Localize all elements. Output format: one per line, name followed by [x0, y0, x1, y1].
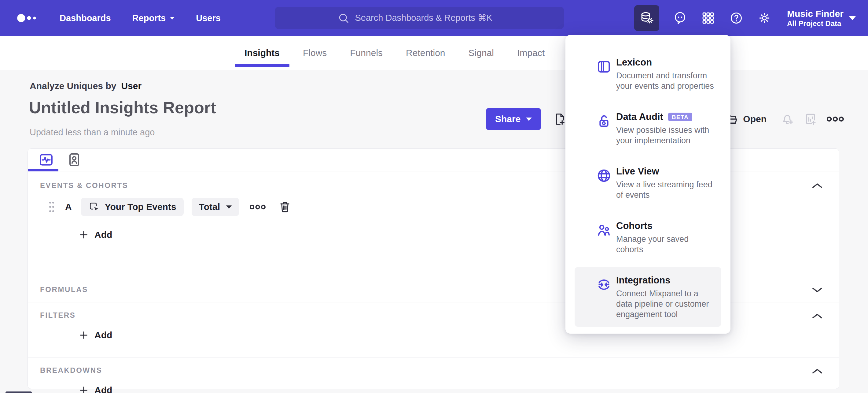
report-tabbar: Insights Flows Funnels Retention Signal … — [0, 36, 868, 70]
share-label: Share — [495, 114, 521, 124]
mixpanel-logo-icon[interactable] — [17, 11, 41, 25]
page-title[interactable]: Untitled Insights Report — [29, 98, 216, 117]
aggregation-dropdown-chip[interactable]: Total — [192, 198, 239, 216]
tab-flows[interactable]: Flows — [303, 36, 327, 70]
collapse-events-button[interactable] — [808, 179, 826, 192]
add-filter-button[interactable]: Add — [79, 330, 112, 340]
chevron-up-icon — [811, 182, 823, 189]
plus-icon — [79, 331, 88, 340]
nav-item-users[interactable]: Users — [196, 13, 221, 23]
analyze-entity-dropdown[interactable]: User — [121, 81, 142, 91]
drag-handle[interactable] — [48, 201, 55, 213]
data-management-button[interactable] — [634, 5, 659, 31]
menu-item-live-view[interactable]: Live View View a live streaming feed of … — [575, 158, 721, 207]
messages-button[interactable] — [673, 5, 687, 31]
help-button[interactable] — [729, 5, 744, 31]
menu-item-data-audit[interactable]: Data Audit BETA View possible issues wit… — [575, 104, 721, 153]
open-report-label: Open — [743, 114, 767, 124]
search-input[interactable] — [355, 13, 502, 23]
event-cursor-icon — [88, 201, 100, 213]
add-breakdown-button[interactable]: Add — [79, 385, 112, 393]
help-icon — [729, 11, 743, 25]
collapse-filters-button[interactable] — [808, 309, 826, 322]
drag-dots-icon — [48, 201, 55, 213]
updated-status: Updated less than a minute ago — [30, 127, 155, 137]
tab-impact[interactable]: Impact — [517, 36, 545, 70]
ellipsis-icon — [827, 116, 844, 122]
tab-funnels[interactable]: Funnels — [350, 36, 383, 70]
live-view-globe-icon — [596, 168, 612, 184]
beta-badge: BETA — [668, 113, 692, 121]
grid-icon — [701, 11, 715, 25]
person-card-icon — [66, 151, 83, 168]
nav-item-label: Dashboards — [60, 13, 111, 23]
event-picker-chip[interactable]: Your Top Events — [81, 198, 184, 216]
bottom-left-peek-element — [5, 391, 32, 393]
data-audit-icon — [596, 113, 612, 129]
active-tab-indicator — [28, 169, 58, 171]
report-tabs: Insights Flows Funnels Retention Signal … — [245, 36, 545, 70]
menu-item-title: Live View — [616, 165, 659, 177]
chevron-up-icon — [811, 312, 823, 319]
nav-item-label: Users — [196, 13, 221, 23]
expand-formulas-button[interactable] — [808, 283, 826, 297]
tab-insights[interactable]: Insights — [245, 36, 280, 70]
project-text: Music Finder All Project Data — [787, 8, 843, 28]
breakdowns-section: BREAKDOWNS Add — [28, 357, 839, 393]
chevron-down-icon — [170, 17, 175, 20]
row-more-button[interactable] — [249, 204, 266, 210]
data-management-menu: Lexicon Document and transform your even… — [565, 35, 731, 334]
menu-item-text: Integrations Connect Mixpanel to a data … — [616, 274, 716, 319]
menu-item-text: Cohorts Manage your saved cohorts — [616, 220, 716, 255]
analyze-row: Analyze Uniques by User — [30, 81, 142, 91]
menu-item-title: Cohorts — [616, 220, 653, 232]
tab-retention[interactable]: Retention — [406, 36, 445, 70]
create-alert-button[interactable] — [781, 112, 795, 127]
aggregation-label: Total — [199, 202, 220, 212]
pulse-chart-icon — [38, 151, 54, 168]
tab-profiles-analysis[interactable] — [66, 151, 83, 168]
menu-item-lexicon[interactable]: Lexicon Document and transform your even… — [575, 49, 721, 99]
global-search[interactable] — [275, 7, 564, 29]
menu-item-cohorts[interactable]: Cohorts Manage your saved cohorts — [575, 213, 721, 262]
event-picker-label: Your Top Events — [105, 202, 176, 212]
primary-nav: Dashboards Reports Users — [60, 13, 221, 23]
row-delete-button[interactable] — [278, 200, 291, 214]
menu-item-integrations[interactable]: Integrations Connect Mixpanel to a data … — [575, 267, 721, 327]
collapse-breakdowns-button[interactable] — [808, 364, 826, 378]
tab-events-analysis[interactable] — [38, 151, 54, 168]
bell-plus-icon — [781, 112, 795, 127]
chart-board-plus-icon — [804, 112, 818, 127]
report-content: Analyze Uniques by User Untitled Insight… — [0, 70, 868, 393]
top-nav: Dashboards Reports Users — [0, 0, 868, 36]
menu-item-text: Lexicon Document and transform your even… — [616, 56, 716, 91]
project-name: Music Finder — [787, 8, 843, 19]
nav-item-dashboards[interactable]: Dashboards — [60, 13, 111, 23]
menu-item-text: Live View View a live streaming feed of … — [616, 165, 716, 200]
search-icon — [337, 12, 350, 24]
tab-signal[interactable]: Signal — [468, 36, 494, 70]
nav-item-reports[interactable]: Reports — [132, 13, 175, 23]
project-scope: All Project Data — [787, 19, 841, 28]
chevron-down-icon — [526, 117, 532, 121]
share-button[interactable]: Share — [486, 108, 541, 130]
menu-item-title: Integrations — [616, 274, 670, 286]
section-label: BREAKDOWNS — [40, 358, 827, 375]
ellipsis-icon — [249, 204, 266, 210]
add-label: Add — [94, 330, 112, 340]
more-actions-button[interactable] — [827, 116, 844, 122]
menu-item-description: Manage your saved cohorts — [616, 234, 716, 255]
add-event-button[interactable]: Add — [79, 229, 112, 240]
menu-item-description: View a live streaming feed of events — [616, 179, 716, 200]
message-bubble-icon — [673, 11, 687, 25]
settings-button[interactable] — [757, 5, 772, 31]
apps-grid-button[interactable] — [701, 5, 715, 31]
lexicon-icon — [596, 59, 612, 75]
add-to-dashboard-button[interactable] — [804, 112, 818, 127]
integrations-icon — [596, 277, 612, 292]
open-report-button[interactable]: Open — [724, 112, 767, 127]
series-letter: A — [65, 202, 72, 212]
chevron-down-icon — [849, 16, 856, 20]
add-label: Add — [94, 385, 112, 393]
project-selector[interactable]: Music Finder All Project Data — [787, 8, 856, 28]
